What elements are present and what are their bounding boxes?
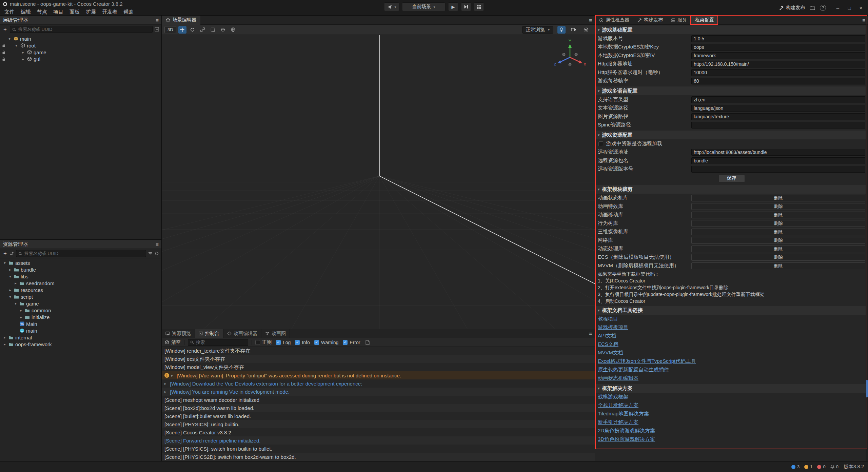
lighting-toggle-button[interactable] [557,26,566,34]
status-count-notification[interactable]: 0 [830,464,839,469]
menu-item[interactable]: 编辑 [18,8,34,16]
checkbox[interactable] [276,340,281,345]
status-count-error[interactable]: 0 [817,464,825,469]
menu-item[interactable]: 节点 [34,8,50,16]
delete-button[interactable]: 删除 [691,262,865,269]
scene-select[interactable]: 当前场景 ▾ [402,2,446,11]
view-mode-select[interactable]: 正常浏览 ▾ [522,26,553,34]
delete-button[interactable]: 删除 [691,195,865,201]
hierarchy-node-gui[interactable]: ▸gui [0,56,161,62]
text-input[interactable] [691,157,865,164]
delete-button[interactable]: 删除 [691,245,865,252]
tab-资源预览[interactable]: 资源预览 [162,329,195,338]
console-log-row[interactable]: [Window] render_texture文件夹不存在 [162,347,595,355]
inspector-tab-构建发布[interactable]: 构建发布 [633,16,667,24]
asset-node-seedrandom[interactable]: ▸seedrandom [0,280,161,287]
add-asset-button[interactable]: + [2,250,8,257]
collapse-all-icon[interactable] [155,27,159,32]
inspector-tab-服务[interactable]: 服务 [667,16,691,24]
hierarchy-search-input[interactable] [18,27,150,32]
text-input[interactable] [691,113,865,120]
asset-node-Main[interactable]: TSMain [0,320,161,327]
console-log-row[interactable]: [Scene] Cocos Creator v3.8.2 [162,428,595,436]
rotate-tool-button[interactable] [189,26,197,34]
doc-link[interactable]: 游戏模板项目 [598,324,628,331]
play-button[interactable]: ▶ [448,2,458,11]
layout-grid-button[interactable] [474,2,484,11]
collapse-arrow-icon[interactable]: ▾ [7,37,12,41]
menu-item[interactable]: 开发者 [99,8,120,16]
3d-mode-button[interactable]: 3D [164,26,176,33]
log-filter[interactable]: Warning [314,340,339,345]
tab-动画编辑器[interactable]: 动画编辑器 [223,329,261,338]
doc-link[interactable]: API文档 [598,333,616,339]
console-log-row[interactable]: [Scene] Forward render pipeline initiali… [162,436,595,445]
section-header[interactable]: ▾ 游戏多语言配置 [595,86,868,95]
section-header[interactable]: ▾ 游戏基础配置 [595,25,868,34]
doc-link[interactable]: 动画状态机编辑器 [598,375,638,381]
help-icon[interactable]: ? [820,5,826,11]
text-input[interactable] [691,44,865,51]
lock-icon[interactable] [2,57,6,61]
build-publish-button[interactable]: 构建发布 [779,5,805,11]
hierarchy-node-main[interactable]: ▾main [0,35,161,42]
section-header[interactable]: ▾ 框架模块裁剪 [595,185,868,194]
expand-arrow-icon[interactable]: ▸ [21,50,25,55]
expand-arrow-icon[interactable]: ▸ [8,268,12,272]
console-log-row[interactable]: [Scene] [box2d]:box2d wasm lib loaded. [162,404,595,412]
console-search[interactable] [188,339,248,346]
checkbox[interactable] [314,340,319,345]
gear-icon[interactable] [582,26,590,34]
solution-link[interactable]: 新手引导解决方案 [598,419,638,426]
asset-node-resources[interactable]: ▸resources [0,287,161,293]
hierarchy-node-root[interactable]: ▾root [0,42,161,49]
asset-node-internal[interactable]: ▸internal [0,334,161,341]
expand-arrow-icon[interactable]: ▸ [14,281,18,286]
delete-button[interactable]: 删除 [691,229,865,235]
solution-link[interactable]: 全栈开发解决方案 [598,402,638,409]
text-input[interactable] [691,61,865,67]
panel-menu-icon[interactable]: ≡ [156,17,159,23]
collapse-arrow-icon[interactable]: ▾ [8,295,12,299]
panel-menu-icon[interactable]: ≡ [862,17,868,23]
checkbox[interactable] [343,340,348,345]
doc-link[interactable]: 教程项目 [598,316,618,322]
tab-控制台[interactable]: 控制台 [195,329,223,338]
console-log-row[interactable]: [Scene] meshopt wasm decoder initialized [162,396,595,404]
expand-arrow-icon[interactable]: ▸ [21,57,25,61]
filter-icon[interactable] [148,252,153,256]
text-input[interactable] [691,78,865,84]
console-log-row[interactable]: !▸[Window] [Vue warn]: Property "onInput… [162,371,595,379]
status-count-info[interactable]: 3 [791,464,800,469]
expand-arrow-icon[interactable]: ▸ [164,381,168,386]
tab-scene-editor[interactable]: 场景编辑器 [162,16,200,25]
lock-icon[interactable] [2,50,6,54]
camera-settings-button[interactable] [570,26,578,34]
expand-arrow-icon[interactable]: ▸ [164,390,168,394]
section-header[interactable]: ▾ 框架解决方案 [595,384,868,393]
console-log-row[interactable]: [Window] model_view文件夹不存在 [162,363,595,371]
delete-button[interactable]: 删除 [691,220,865,227]
collapse-arrow-icon[interactable]: ▾ [8,274,12,279]
asset-node-main[interactable]: main [0,327,161,334]
log-filter[interactable]: Log [276,340,291,345]
expand-arrow-icon[interactable]: ▸ [171,373,175,378]
text-input[interactable] [691,122,865,129]
hierarchy-node-game[interactable]: ▸game [0,49,161,56]
folder-shortcut-icon[interactable] [810,5,815,10]
doc-link[interactable]: 原生包热更新配置自动生成插件 [598,367,669,373]
menu-item[interactable]: 项目 [50,8,66,16]
text-input[interactable] [691,35,865,42]
assets-header[interactable]: 资源管理器 ≡ [0,240,161,249]
close-button[interactable]: × [856,4,865,12]
menu-item[interactable]: 面板 [66,8,83,16]
export-log-icon[interactable] [366,340,370,345]
text-input[interactable] [691,69,865,76]
assets-search-input[interactable] [24,251,144,256]
checkbox[interactable] [295,340,300,345]
asset-node-oops-framework[interactable]: ▸oops-framework [0,341,161,348]
lock-icon[interactable] [2,43,6,47]
menu-item[interactable]: 文件 [1,8,18,16]
remote-load-checkbox[interactable] [598,141,603,146]
add-node-button[interactable]: + [2,26,8,33]
